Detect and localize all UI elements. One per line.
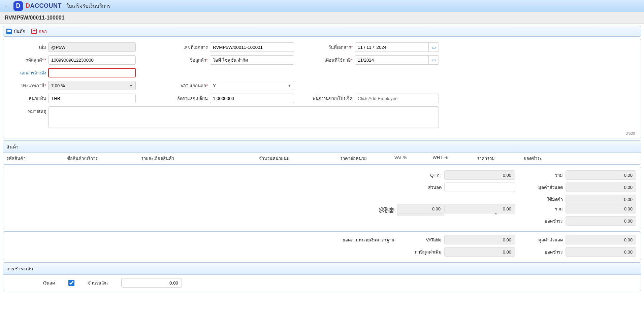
- col-wht: WHT %: [407, 155, 448, 162]
- document-number-heading: RVMP5W/00011-100001: [0, 12, 644, 24]
- app-wordmark: DACCOUNT: [26, 2, 62, 9]
- save-button[interactable]: บันทึก: [6, 28, 25, 35]
- b-discamt-label: มูลค่าส่วนลด: [538, 236, 566, 243]
- b-net-value: 0.00: [566, 247, 636, 257]
- col-detail: รายละเอียดสินค้า: [141, 155, 235, 162]
- sum2-label: รวม: [555, 205, 566, 212]
- reference-input[interactable]: [48, 68, 136, 77]
- calendar-icon: ▭: [432, 45, 436, 50]
- sales-label: พนักงานขาย/โปรเจ็ค: [313, 95, 355, 102]
- col-total: ราคารวม: [448, 155, 495, 162]
- calendar-icon: ▭: [432, 58, 436, 63]
- col-pay: ยอดชำระ: [495, 155, 542, 162]
- custname-input[interactable]: [210, 55, 294, 65]
- b-vatable-label: VATable: [426, 237, 445, 242]
- items-column-header: รหัสสินค้า ชื่อสินค้า/บริการ รายละเอียดส…: [3, 153, 641, 164]
- cash-checkbox[interactable]: [68, 280, 74, 286]
- vatsep-label: VAT แยกนอก*: [181, 82, 210, 89]
- col-price: ราคาต่อหน่วย: [313, 155, 367, 162]
- custname-label: ชื่อลูกค้า*: [190, 57, 210, 64]
- b-discamt-value: 0.00: [566, 235, 636, 244]
- net-value: 0.00: [566, 216, 636, 226]
- top-bar: ← D DACCOUNT ใบเสร็จรับเงินบริการ: [0, 0, 644, 12]
- col-code: รหัสสินค้า: [6, 155, 67, 162]
- currency-input[interactable]: [48, 94, 136, 103]
- cash-label: เงินสด: [8, 279, 55, 287]
- header-form-panel: เล่ม เลขที่เอกสาร วันที่เอกสาร* ▭ รหัสลู…: [3, 39, 641, 138]
- base-lead: ยอดตามหน่วยเงินมาตรฐาน: [343, 236, 397, 243]
- custcode-input[interactable]: [48, 55, 136, 65]
- vatable-label2: VATable: [379, 206, 397, 211]
- docdate-input[interactable]: [355, 42, 429, 52]
- save-icon: [6, 29, 12, 34]
- sum-label: รวม: [555, 172, 566, 179]
- qty-label: QTY :: [430, 173, 444, 178]
- taxmonth-input[interactable]: [355, 55, 429, 65]
- amount-label: จำนวนเงิน: [88, 279, 108, 287]
- exit-button[interactable]: ออก: [31, 28, 47, 35]
- vat-value: 0.00: [444, 204, 515, 213]
- items-panel: สินค้า รหัสสินค้า ชื่อสินค้า/บริการ รายล…: [3, 140, 641, 165]
- rate-label: อัตราแลกเปลี่ยน: [177, 95, 210, 102]
- amount-input[interactable]: [121, 278, 182, 288]
- col-unit: หน่วยนับ: [272, 155, 313, 162]
- sales-input[interactable]: [355, 94, 439, 103]
- reference-label[interactable]: เอกสารอ้างอิง: [20, 69, 48, 76]
- taxmonth-calendar-button[interactable]: ▭: [429, 55, 439, 65]
- sum2-value: 0.00: [566, 204, 636, 213]
- b-vat-value: 0.00: [444, 247, 515, 257]
- taxmonth-label: เดือนที่ใช้ภาษี*: [325, 57, 355, 64]
- payment-section-header: การชำระเงิน: [3, 263, 641, 275]
- page-title: ใบเสร็จรับเงินบริการ: [66, 2, 110, 10]
- totals-panel: QTY : 0.00 รวม 0.00 ส่วนลด มูลค่าส่วนลด …: [3, 167, 641, 229]
- payment-panel: การชำระเงิน เงินสด จำนวนเงิน: [3, 262, 641, 291]
- discount-amount-label: มูลค่าส่วนลด: [538, 184, 566, 191]
- col-name: ชื่อสินค้า/บริการ: [67, 155, 141, 162]
- chevron-down-icon: ▼: [288, 84, 291, 88]
- base-currency-panel: ยอดตามหน่วยเงินมาตรฐาน VATable 0.00 มูลค…: [3, 231, 641, 260]
- deposit-label: ใช้มัดจำ: [547, 196, 566, 203]
- chevron-down-icon: ▼: [129, 84, 133, 88]
- discount-amount-value: 0.00: [566, 182, 636, 192]
- docdate-calendar-button[interactable]: ▭: [429, 42, 439, 52]
- b-net-label: ยอดชำระ: [545, 248, 566, 256]
- docno-label: เลขที่เอกสาร: [184, 44, 210, 51]
- action-toolbar: บันทึก ออก: [3, 26, 641, 37]
- currency-label: หน่วยเงิน: [29, 95, 48, 102]
- items-section-header: สินค้า: [3, 141, 641, 153]
- col-qty: จำนวน: [235, 155, 272, 162]
- qty-value: 0.00: [444, 170, 515, 180]
- b-vatable-value: 0.00: [444, 235, 515, 244]
- rate-input[interactable]: [210, 94, 294, 103]
- docno-input[interactable]: [210, 42, 294, 52]
- remark-textarea[interactable]: [48, 106, 439, 128]
- exit-icon: [31, 29, 37, 34]
- app-logo-icon: D: [13, 1, 23, 11]
- remark-label: หมายเหตุ: [28, 106, 48, 115]
- deposit-value: 0.00: [566, 195, 636, 204]
- book-label: เล่ม: [39, 44, 48, 51]
- save-label: บันทึก: [14, 28, 25, 35]
- b-vat-label: ภาษีมูลค่าเพิ่ม: [415, 248, 444, 256]
- custcode-label: รหัสลูกค้า*: [26, 57, 48, 64]
- col-vat: VAT %: [367, 155, 407, 162]
- vatsep-select[interactable]: Y▼: [210, 81, 294, 90]
- remark-counter: 0/500: [3, 131, 641, 138]
- discount-input[interactable]: [444, 182, 515, 192]
- taxtype-label: ประเภทภาษี*: [21, 82, 48, 89]
- exit-label: ออก: [39, 28, 47, 35]
- discount-label: ส่วนลด: [428, 184, 444, 191]
- docdate-label: วันที่เอกสาร*: [328, 44, 355, 51]
- vatable-value2: 0.00: [397, 204, 444, 213]
- taxtype-select[interactable]: 7.00 %▼: [48, 81, 136, 90]
- sum-value: 0.00: [566, 170, 636, 180]
- back-button[interactable]: ←: [3, 2, 11, 9]
- net-label: ยอดชำระ: [545, 218, 566, 225]
- book-input: [48, 42, 136, 52]
